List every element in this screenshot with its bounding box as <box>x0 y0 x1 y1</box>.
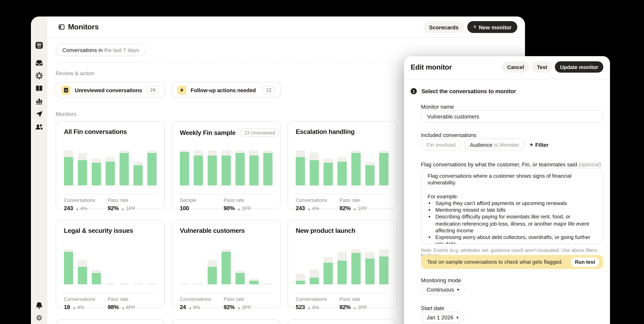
monitor-card[interactable] <box>288 319 397 324</box>
action-card[interactable]: Follow-up actions needed12 <box>172 82 281 98</box>
scorecards-button[interactable]: Scorecards <box>424 21 464 33</box>
new-monitor-label: New monitor <box>479 24 512 30</box>
bar <box>365 249 374 284</box>
monitor-card-title: Weekly Fin sample <box>180 129 236 136</box>
included-filter-chip[interactable]: Fin involved <box>421 138 461 150</box>
action-count-badge: 24 <box>146 86 159 94</box>
test-button[interactable]: Test <box>532 61 552 73</box>
bar <box>263 249 272 284</box>
notifications-bell-icon[interactable] <box>35 301 43 310</box>
empty-bar-dash <box>263 283 272 284</box>
bar <box>310 249 319 284</box>
conversations-filter-chip[interactable]: Conversations in the last 7 days <box>56 44 146 56</box>
outbound-send-icon[interactable] <box>35 110 43 118</box>
stat-delta: ▲2PP <box>353 304 367 310</box>
stat-delta-value: 2PP <box>242 304 251 310</box>
flag-bullet: Describing difficulty paying for essenti… <box>435 214 596 234</box>
stat-delta: ▲4% <box>188 304 200 310</box>
edit-monitor-panel: Edit monitor Cancel Test Update monitor … <box>404 56 610 324</box>
flag-bullet: Expressing worry about debt collectors, … <box>435 234 596 244</box>
divider <box>404 79 610 79</box>
divider <box>180 292 272 293</box>
monitor-card[interactable]: Legal & security issuesConversations18▲4… <box>56 220 165 308</box>
inbox-icon[interactable] <box>35 59 43 67</box>
stat-label: Pass rate <box>224 197 268 203</box>
flag-description-textarea[interactable]: Flag conversations where a customer show… <box>421 168 603 244</box>
stat-value: 24 <box>180 304 186 310</box>
contacts-people-icon[interactable] <box>35 122 43 131</box>
monitor-card[interactable]: All Fin conversationsConversations243▲4%… <box>56 121 165 209</box>
stat: Pass rate82%▲2PP <box>340 296 383 310</box>
bar-passed <box>296 281 305 284</box>
run-test-button[interactable]: Run test <box>571 257 599 266</box>
sidebar: ⚙ <box>31 16 48 324</box>
fin-ai-icon[interactable] <box>35 72 43 80</box>
monitor-card[interactable]: Escalation handlingConversations243▲4%Pa… <box>288 121 397 209</box>
triangle-up-icon: ▲ <box>72 306 76 310</box>
bar <box>78 249 87 284</box>
triangle-up-icon: ▲ <box>237 306 240 310</box>
empty-bar-dash <box>120 283 129 284</box>
bar-passed <box>222 252 231 284</box>
start-date-dropdown[interactable]: Jan 1 2026 ▾ <box>421 312 464 323</box>
stat-value: 90% <box>224 205 235 211</box>
knowledge-book-icon[interactable] <box>35 84 43 93</box>
monitor-stats: Sample100Pass rate90%▲2PP <box>180 197 275 211</box>
optional-hint: (optional) <box>578 161 601 168</box>
divider <box>296 194 388 194</box>
intercom-logo-icon[interactable] <box>35 41 43 50</box>
step-1-badge: 1 <box>410 88 417 94</box>
stat-value-row: 243▲4% <box>296 205 340 211</box>
bar <box>180 150 189 186</box>
empty-bar-dash <box>194 283 203 284</box>
monitor-card[interactable]: New product launchConversations523▲4%Pas… <box>288 220 397 308</box>
cancel-button[interactable]: Cancel <box>502 61 529 73</box>
stat-delta: ▲2PP <box>237 206 251 211</box>
update-monitor-button[interactable]: Update monitor <box>555 61 603 73</box>
stat-delta: ▲4% <box>308 304 319 310</box>
stat-delta-value: 2PP <box>358 304 367 310</box>
monitor-card[interactable] <box>172 319 281 324</box>
monitoring-mode-value: Continuous <box>426 286 454 292</box>
bar-passed <box>296 157 305 186</box>
bar <box>120 150 129 186</box>
monitor-bar-chart <box>64 249 156 284</box>
bar <box>222 150 231 186</box>
empty-bar-dash <box>106 283 115 284</box>
monitoring-mode-dropdown[interactable]: Continuous ▾ <box>421 284 465 295</box>
triangle-up-icon: ▲ <box>121 306 125 310</box>
add-filter-button[interactable]: +Filter <box>530 141 548 148</box>
new-monitor-button[interactable]: +New monitor <box>467 21 517 33</box>
action-card[interactable]: Unreviewed conversations24 <box>56 82 165 98</box>
stat-delta-value: 1PP <box>126 206 135 211</box>
divider <box>64 292 156 293</box>
bar-passed <box>64 252 73 284</box>
stat-label: Conversations <box>296 296 340 302</box>
stat-value-row: 82%▲1PP <box>340 205 383 211</box>
bar-passed <box>208 267 217 284</box>
included-filter-chip[interactable]: Audienceis Member <box>464 138 525 150</box>
bar-passed <box>379 256 388 284</box>
stat-delta-value: 4% <box>80 206 87 211</box>
flag-example-heading: For example: <box>428 193 596 200</box>
bar <box>92 150 101 186</box>
collapse-sidebar-icon[interactable] <box>58 24 65 30</box>
chevron-down-icon: ▾ <box>456 315 458 320</box>
bar-passed <box>147 153 156 186</box>
flag-description-label: Flag conversations by what the customer,… <box>421 161 601 168</box>
reports-icon[interactable] <box>35 97 43 105</box>
monitor-card[interactable]: Weekly Fin sample23 UnreviewedSample100P… <box>172 121 281 209</box>
settings-gear-icon[interactable]: ⚙ <box>35 314 43 322</box>
monitor-card[interactable] <box>56 319 165 324</box>
bar <box>208 249 217 284</box>
triangle-up-icon: ▲ <box>353 207 356 211</box>
bar-passed <box>208 155 217 186</box>
action-card-label: Unreviewed conversations <box>75 87 142 93</box>
stat-label: Pass rate <box>108 296 152 302</box>
monitor-card[interactable]: Vulnerable customersConversations24▲4%Pa… <box>172 220 281 308</box>
monitor-card-header: Escalation handling <box>296 128 389 136</box>
divider <box>180 194 272 194</box>
add-filter-label: Filter <box>535 142 548 148</box>
stat-label: Conversations <box>64 296 108 302</box>
monitor-name-input[interactable] <box>421 110 603 122</box>
